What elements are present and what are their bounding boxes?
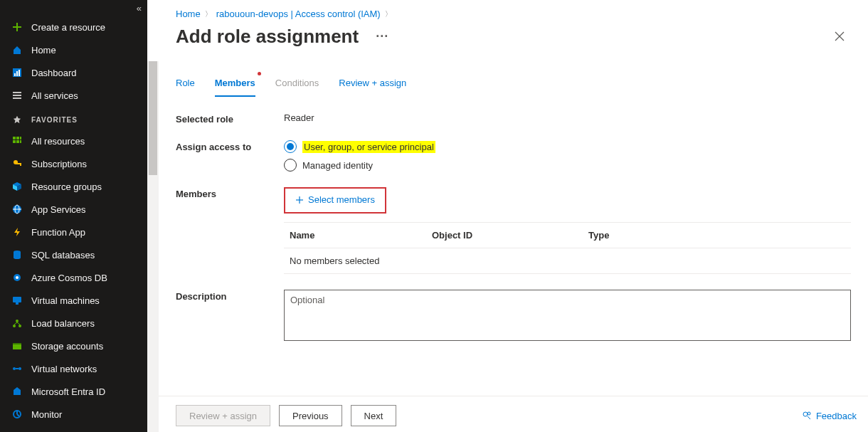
sidebar-item-cosmos-db[interactable]: Azure Cosmos DB — [0, 266, 147, 289]
sidebar-item-resource-groups[interactable]: Resource groups — [0, 175, 147, 198]
sidebar-item-dashboard[interactable]: Dashboard — [0, 61, 147, 84]
sidebar-item-label: App Services — [31, 204, 86, 215]
svg-point-29 — [13, 325, 16, 327]
svg-line-31 — [14, 322, 17, 325]
svg-rect-5 — [18, 70, 20, 76]
svg-point-23 — [14, 256, 21, 259]
svg-point-28 — [16, 320, 18, 322]
description-label: Description — [176, 290, 284, 343]
sidebar-item-subscriptions[interactable]: Subscriptions — [0, 152, 147, 175]
description-input[interactable] — [284, 290, 851, 341]
scrollbar[interactable] — [147, 61, 159, 432]
radio-managed-identity[interactable]: Managed identity — [284, 159, 851, 172]
tab-members[interactable]: Members — [215, 72, 255, 97]
chevron-right-icon: 〉 — [385, 9, 392, 19]
tab-review[interactable]: Review + assign — [339, 72, 406, 97]
radio-user-group-sp[interactable]: User, group, or service principal — [284, 140, 851, 153]
sidebar-item-label: Create a resource — [31, 22, 105, 33]
breadcrumb-home[interactable]: Home — [176, 9, 201, 19]
sidebar-item-load-balancers[interactable]: Load balancers — [0, 312, 147, 334]
monitor-icon — [11, 409, 23, 420]
select-members-button[interactable]: Select members — [295, 194, 375, 205]
previous-button[interactable]: Previous — [279, 405, 342, 426]
close-icon — [835, 31, 845, 41]
svg-point-25 — [16, 276, 18, 279]
sidebar-item-label: Subscriptions — [31, 159, 87, 169]
more-button[interactable]: ··· — [376, 29, 388, 44]
column-header-object-id: Object ID — [432, 230, 588, 241]
sidebar-item-home[interactable]: Home — [0, 38, 147, 61]
dashboard-icon — [11, 67, 23, 78]
sidebar-item-virtual-networks[interactable]: Virtual networks — [0, 357, 147, 380]
radio-label: User, group, or service principal — [302, 141, 435, 153]
column-header-name: Name — [290, 230, 432, 241]
storage-icon — [11, 340, 23, 352]
feedback-icon — [802, 411, 812, 421]
sidebar-item-app-services[interactable]: App Services — [0, 198, 147, 221]
svg-line-32 — [17, 322, 20, 325]
next-button[interactable]: Next — [351, 405, 397, 426]
radio-icon — [284, 159, 297, 172]
select-members-highlight: Select members — [284, 187, 386, 214]
breadcrumb: Home 〉 rabououn-devops | Access control … — [176, 0, 851, 19]
selected-role-value: Reader — [284, 112, 851, 125]
members-label: Members — [176, 187, 284, 214]
svg-rect-17 — [20, 163, 21, 166]
feedback-link[interactable]: Feedback — [802, 411, 857, 421]
radio-label: Managed identity — [302, 160, 373, 171]
svg-rect-13 — [16, 140, 19, 143]
plus-icon — [11, 21, 23, 33]
close-button[interactable] — [828, 25, 851, 48]
svg-rect-26 — [13, 297, 21, 302]
sidebar-item-label: Monitor — [31, 409, 62, 420]
sidebar-item-label: Home — [31, 45, 56, 56]
assign-access-label: Assign access to — [176, 140, 284, 172]
selected-role-label: Selected role — [176, 112, 284, 125]
svg-point-36 — [18, 367, 21, 370]
list-icon — [11, 90, 23, 101]
svg-rect-27 — [16, 302, 18, 305]
home-icon — [11, 44, 23, 56]
tab-role[interactable]: Role — [176, 72, 195, 97]
sidebar-item-label: Dashboard — [31, 68, 77, 78]
sidebar-item-label: All services — [31, 90, 78, 101]
review-assign-button: Review + assign — [176, 405, 270, 426]
sidebar-item-entra-id[interactable]: Microsoft Entra ID — [0, 380, 147, 403]
sidebar-item-label: Virtual machines — [31, 295, 100, 306]
sidebar-item-sql-databases[interactable]: SQL databases — [0, 243, 147, 266]
grid-icon — [11, 135, 23, 147]
breadcrumb-scope[interactable]: rabououn-devops | Access control (IAM) — [216, 9, 381, 19]
plus-icon — [295, 196, 304, 204]
sidebar-item-function-app[interactable]: Function App — [0, 221, 147, 243]
main-content: Home 〉 rabououn-devops | Access control … — [147, 0, 868, 432]
sidebar-item-create-resource[interactable]: Create a resource — [0, 16, 147, 38]
column-header-type: Type — [588, 230, 845, 241]
scrollbar-thumb[interactable] — [149, 61, 157, 175]
vm-icon — [11, 295, 23, 306]
sidebar-collapse-icon[interactable]: « — [137, 3, 142, 14]
sidebar-item-label: SQL databases — [31, 250, 95, 260]
members-table: Name Object ID Type No members selected — [284, 222, 851, 274]
entra-icon — [11, 386, 23, 397]
sidebar-item-label: Azure Cosmos DB — [31, 273, 107, 283]
sidebar-item-virtual-machines[interactable]: Virtual machines — [0, 289, 147, 312]
database-icon — [11, 249, 23, 260]
tab-badge-dot — [258, 72, 261, 75]
page-title: Add role assignment — [176, 26, 359, 48]
sidebar-item-label: All resources — [31, 136, 85, 147]
svg-point-43 — [803, 412, 808, 416]
svg-point-30 — [18, 325, 21, 327]
sidebar-item-label: Load balancers — [31, 318, 95, 329]
sidebar-item-monitor[interactable]: Monitor — [0, 403, 147, 426]
footer: Review + assign Previous Next Feedback — [147, 396, 868, 432]
svg-rect-12 — [13, 140, 16, 143]
sidebar-item-all-services[interactable]: All services — [0, 84, 147, 107]
svg-point-35 — [13, 367, 16, 370]
sidebar-item-all-resources[interactable]: All resources — [0, 130, 147, 152]
load-balancer-icon — [11, 317, 23, 329]
tabs: Role Members Conditions Review + assign — [176, 72, 851, 97]
chevron-right-icon: 〉 — [205, 9, 212, 19]
svg-point-44 — [808, 412, 810, 415]
svg-rect-34 — [13, 343, 21, 344]
sidebar-item-storage-accounts[interactable]: Storage accounts — [0, 334, 147, 357]
